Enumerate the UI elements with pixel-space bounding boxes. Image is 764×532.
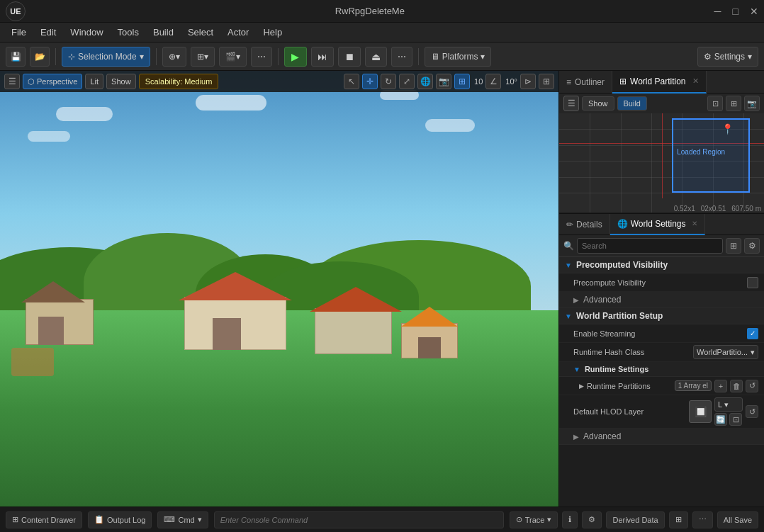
source-control-button[interactable]: 📂 [30,47,50,67]
menu-help[interactable]: Help [257,26,288,39]
wp-build-button[interactable]: Build [617,96,647,111]
close-button[interactable]: ✕ [750,6,758,17]
reset-partition-button[interactable]: ↺ [746,380,758,392]
play-options-button[interactable]: ⋯ [391,47,412,67]
building-1 [17,288,102,345]
settings-status-button[interactable]: ⚙ [582,511,602,528]
all-save-button[interactable]: All Save [717,511,758,528]
search-icon: 🔍 [563,241,574,251]
hlod-level-dropdown[interactable]: L ▾ [714,397,743,412]
close-world-settings-tab[interactable]: ✕ [692,220,697,227]
search-settings-button[interactable]: ⚙ [744,238,760,254]
camera-speed-icon[interactable]: 📷 [436,74,451,89]
console-input[interactable] [214,511,504,528]
search-bar: 🔍 ⊞ ⚙ [559,235,764,257]
play-button[interactable]: ▶ [284,47,307,67]
menu-build[interactable]: Build [147,26,179,39]
menu-edit[interactable]: Edit [35,26,62,39]
translate-icon[interactable]: ✛ [362,74,378,89]
menu-tools[interactable]: Tools [112,26,145,39]
cmd-button[interactable]: ⌨ Cmd ▾ [157,511,208,528]
show-button[interactable]: Show [106,74,136,89]
info-button[interactable]: ℹ [562,511,578,528]
stop-button[interactable]: ⏹ [338,47,361,67]
coord-1: 0.52x1 [674,205,695,213]
enable-streaming-checkbox[interactable] [747,328,758,339]
wp-menu-button[interactable]: ☰ [563,96,579,111]
scalability-button[interactable]: Scalability: Medium [139,74,219,89]
hamburger-button[interactable]: ☰ [4,74,20,89]
section-triangle-rs: ▼ [573,366,580,373]
wp-camera-button[interactable]: 📷 [744,96,760,111]
hlod-copy-button[interactable]: 🔄 [714,413,727,426]
save-button[interactable]: 💾 [6,47,26,67]
platforms-button[interactable]: 🖥 Platforms ▾ [425,47,492,67]
wp-reset-view-button[interactable]: ⊡ [707,96,723,111]
building-4 [401,309,458,358]
settings-icon: ⚙ [704,52,712,62]
selection-mode-button[interactable]: ⊹ Selection Mode ▾ [62,47,150,67]
viewport-toolbar: ☰ ⬡ Perspective Lit Show Scalability: Me… [0,71,558,92]
selection-mode-label: Selection Mode [78,52,137,62]
advanced-header-2[interactable]: ▶ Advanced [559,429,764,445]
grid-icon[interactable]: ⊞ [454,74,470,89]
viewport[interactable]: ☰ ⬡ Perspective Lit Show Scalability: Me… [0,71,558,506]
hlod-icon-button[interactable]: 🔲 [689,400,712,423]
enable-streaming-row: Enable Streaming [559,324,764,343]
search-options-button[interactable]: ⊞ [726,238,741,254]
hlod-reset-button[interactable]: ↺ [746,405,758,418]
menu-actor[interactable]: Actor [222,26,254,39]
angle-icon[interactable]: ∠ [485,74,501,89]
precompute-visibility-checkbox[interactable] [747,277,758,288]
output-log-button[interactable]: 📋 Output Log [88,511,152,528]
settings-button[interactable]: ⚙ Settings ▾ [697,47,758,67]
loaded-region-label: Loaded Region [677,148,725,156]
world-icon[interactable]: 🌐 [417,74,433,89]
eject-button[interactable]: ⏏ [365,47,387,67]
step-button[interactable]: ⏭ [311,47,334,67]
close-world-partition-tab[interactable]: ✕ [692,77,699,86]
add-content-button[interactable]: ⊕▾ [162,47,186,67]
derived-data-button[interactable]: Derived Data [606,511,664,528]
options-button[interactable]: ⋯ [692,511,713,528]
perspective-button[interactable]: ⬡ Perspective [23,74,82,89]
details-content[interactable]: 🔍 ⊞ ⚙ ▼ Precomputed Visibility Precomput… [559,235,764,506]
menu-select[interactable]: Select [182,26,219,39]
runtime-settings-header[interactable]: ▼ Runtime Settings [559,362,764,377]
hlod-paste-button[interactable]: ⊡ [729,413,742,426]
precomputed-visibility-header[interactable]: ▼ Precomputed Visibility [559,257,764,273]
tab-world-partition[interactable]: ⊞ World Partition ✕ [612,71,706,94]
lit-button[interactable]: Lit [85,74,103,89]
menu-window[interactable]: Window [64,26,108,39]
tab-outliner[interactable]: ≡ Outliner [559,71,612,94]
content-drawer-button[interactable]: ⊞ Content Drawer [6,511,82,528]
delete-partition-button[interactable]: 🗑 [730,380,743,392]
separator-2 [156,48,157,65]
runtime-settings-title: Runtime Settings [585,365,648,373]
advanced-header-1[interactable]: ▶ Advanced [559,292,764,308]
wp-show-button[interactable]: Show [582,96,614,111]
snap-button[interactable]: ⊞▾ [191,47,215,67]
trace-button[interactable]: ⊙ Trace ▾ [510,511,558,528]
wp-map[interactable]: Loaded Region 📍 0.52x1 02x0.51 607.50 m [559,113,764,213]
search-input[interactable] [577,238,723,254]
expand-icon[interactable]: ⊳ [520,74,536,89]
precompute-visibility-row: Precompute Visibility [559,273,764,292]
more-options-button[interactable]: ⋯ [251,47,272,67]
minimize-button[interactable]: ─ [714,6,721,17]
runtime-hash-class-dropdown[interactable]: WorldPartitio... ▾ [693,345,758,359]
menu-file[interactable]: File [6,26,32,39]
layout-button[interactable]: ⊞ [669,511,688,528]
tab-world-settings[interactable]: 🌐 World Settings ✕ [610,214,705,235]
maximize-button[interactable]: □ [733,6,738,17]
details-tab-label: Details [576,220,602,230]
tab-details[interactable]: ✏ Details [559,214,610,235]
rotate-icon[interactable]: ↻ [381,74,396,89]
world-partition-setup-header[interactable]: ▼ World Partition Setup [559,308,764,324]
scale-icon[interactable]: ⤢ [399,74,415,89]
fullscreen-icon[interactable]: ⊞ [539,74,554,89]
select-mode-icon[interactable]: ↖ [344,74,359,89]
cinematic-button[interactable]: 🎬▾ [219,47,247,67]
wp-zoom-fit-button[interactable]: ⊞ [726,96,741,111]
add-partition-button[interactable]: + [714,380,727,392]
